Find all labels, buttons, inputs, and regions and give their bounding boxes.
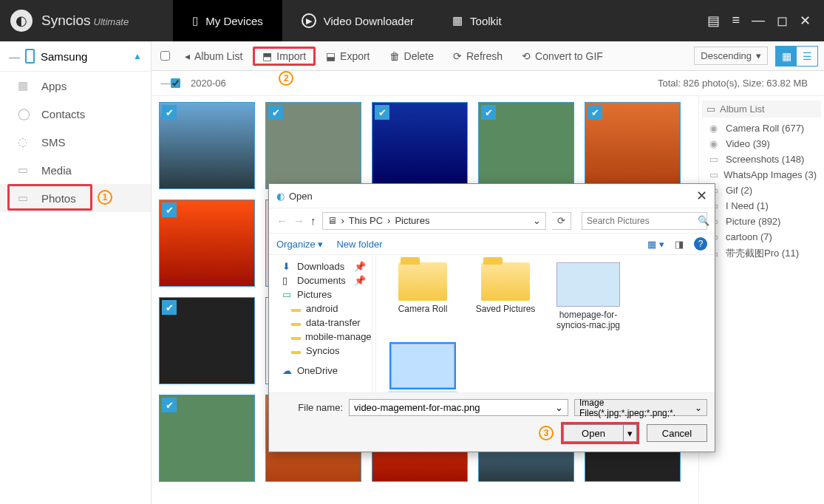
file-name-input[interactable]: video-magement-for-mac.png⌄ <box>349 399 568 416</box>
import-button[interactable]: ⬒Import 2 <box>253 47 316 66</box>
open-button[interactable]: Open <box>563 424 624 442</box>
tree-item[interactable]: ⬇Downloads📌 <box>272 259 369 273</box>
sort-dropdown[interactable]: Descending▾ <box>694 47 768 65</box>
tree-item[interactable]: ▬android <box>272 302 369 316</box>
tab-toolkit[interactable]: ▦ Toolkit <box>433 0 521 41</box>
album-list-header: ▭Album List <box>702 101 821 118</box>
forward-icon[interactable]: → <box>293 214 304 227</box>
media-icon: ▭ <box>18 163 33 177</box>
sms-icon: ◌ <box>18 135 33 149</box>
album-item[interactable]: ◉Camera Roll (677) <box>702 120 821 136</box>
grid-icon: ▦ <box>452 14 463 27</box>
open-dropdown[interactable]: ▾ <box>624 424 637 442</box>
image-icon: ▭ <box>709 154 721 165</box>
sidebar-item-sms[interactable]: ◌SMS <box>0 128 151 156</box>
album-item[interactable]: ▭带壳截图Pro (11) <box>702 245 821 262</box>
sidebar: — Samsung ▲ ▦Apps ◯Contacts ◌SMS ▭Media … <box>0 41 151 504</box>
refresh-button[interactable]: ⟳Refresh <box>444 46 511 67</box>
cancel-button[interactable]: Cancel <box>647 424 707 442</box>
tree-item[interactable]: ▬mobile-manage <box>272 330 369 344</box>
tree-item[interactable]: ▭Pictures <box>272 287 369 302</box>
organize-dropdown[interactable]: Organize ▾ <box>276 239 323 250</box>
close-icon[interactable]: ✕ <box>696 188 707 204</box>
window-controls: ▤ ≡ — ◻ ✕ <box>707 13 824 29</box>
album-item[interactable]: ▭cartoon (7) <box>702 229 821 245</box>
feedback-icon[interactable]: ▤ <box>707 13 720 29</box>
view-dropdown[interactable]: ▦ ▾ <box>647 239 664 250</box>
pc-icon: 🖥 <box>327 215 337 226</box>
photo-thumbnail[interactable] <box>159 297 255 384</box>
album-item[interactable]: ◉Video (39) <box>702 136 821 151</box>
app-title: SynciosUltimate <box>41 13 129 29</box>
tab-video-downloader[interactable]: ▶ Video Downloader <box>282 0 433 41</box>
folder-icon: ▬ <box>291 317 302 328</box>
titlebar: ◐ SynciosUltimate ▯ My Devices ▶ Video D… <box>0 0 824 41</box>
tree-item[interactable]: ▬Syncios <box>272 344 369 358</box>
pictures-icon: ▭ <box>282 289 293 300</box>
select-all-checkbox[interactable] <box>160 51 170 61</box>
sidebar-item-contacts[interactable]: ◯Contacts <box>0 100 151 128</box>
device-name: Samsung <box>41 50 87 63</box>
new-folder-button[interactable]: New folder <box>336 239 382 250</box>
photo-thumbnail[interactable] <box>159 200 255 287</box>
dialog-titlebar: ◐ Open ✕ <box>269 184 715 208</box>
maximize-icon[interactable]: ◻ <box>777 13 788 29</box>
album-item[interactable]: ▭Picture (892) <box>702 214 821 229</box>
search-field[interactable]: 🔍 <box>582 212 707 230</box>
pin-icon: 📌 <box>354 261 366 272</box>
back-icon[interactable]: ← <box>276 214 287 227</box>
search-input[interactable] <box>587 216 698 226</box>
folder-icon <box>481 262 530 301</box>
close-icon[interactable]: ✕ <box>800 13 811 29</box>
chevron-down-icon[interactable]: ⌄ <box>533 215 541 226</box>
export-icon: ⬓ <box>326 50 336 62</box>
photo-thumbnail[interactable] <box>585 102 681 189</box>
file-item[interactable]: video-magement-for-mac.png <box>388 344 457 392</box>
grid-view-button[interactable]: ▦ <box>776 47 797 66</box>
file-type-filter[interactable]: Image Files(*.jpg;*.jpeg;*.png;*. ⌄ <box>574 399 707 416</box>
sidebar-item-apps[interactable]: ▦Apps <box>0 72 151 100</box>
group-header: — 2020-06 Total: 826 photo(s), Size: 63.… <box>151 71 824 96</box>
album-item[interactable]: ▭Gif (2) <box>702 183 821 198</box>
minimize-icon[interactable]: — <box>752 13 765 29</box>
refresh-icon[interactable]: ⟳ <box>552 212 571 230</box>
album-item[interactable]: ▭WhatsApp Images (3) <box>702 167 821 183</box>
photo-thumbnail[interactable] <box>265 102 361 189</box>
folder-item[interactable]: Saved Pictures <box>471 262 540 330</box>
collapse-icon[interactable]: — <box>160 78 171 89</box>
up-icon[interactable]: ↑ <box>310 214 316 227</box>
sidebar-item-photos[interactable]: ▭ Photos 1 <box>0 184 151 212</box>
convert-gif-button[interactable]: ⟲Convert to GIF <box>513 46 612 67</box>
album-item[interactable]: ▭I Need (1) <box>702 198 821 214</box>
export-button[interactable]: ⬓Export <box>317 46 378 67</box>
image-icon: ▭ <box>706 103 715 115</box>
back-album-list-button[interactable]: ◂Album List <box>176 46 251 67</box>
photo-thumbnail[interactable] <box>372 102 468 189</box>
photo-thumbnail[interactable] <box>159 395 255 482</box>
folder-item[interactable]: Camera Roll <box>388 262 457 330</box>
folder-icon: ▬ <box>291 345 302 356</box>
menu-icon[interactable]: ≡ <box>732 13 740 29</box>
album-item[interactable]: ▭Screenshots (148) <box>702 151 821 167</box>
breadcrumb-path[interactable]: 🖥 › This PC › Pictures ⌄ <box>322 212 547 230</box>
preview-pane-icon[interactable]: ◨ <box>675 239 684 250</box>
onedrive-icon: ☁ <box>282 365 293 376</box>
dialog-title: Open <box>289 191 313 202</box>
device-selector[interactable]: — Samsung ▲ <box>0 41 151 72</box>
refresh-icon: ⟳ <box>453 50 462 62</box>
tree-item[interactable]: ☁OneDrive <box>272 364 369 378</box>
chevron-down-icon: ⌄ <box>695 403 702 413</box>
list-view-button[interactable]: ☰ <box>797 47 817 66</box>
chevron-up-icon: ▲ <box>133 51 142 61</box>
folder-icon: ▬ <box>291 303 302 314</box>
delete-button[interactable]: 🗑Delete <box>381 46 443 67</box>
help-icon[interactable]: ? <box>694 237 707 251</box>
tree-item[interactable]: ▯Documents📌 <box>272 273 369 287</box>
photo-thumbnail[interactable] <box>478 102 574 189</box>
group-checkbox[interactable] <box>171 78 180 88</box>
file-item[interactable]: homepage-for-syncios-mac.jpg <box>554 262 623 330</box>
photo-thumbnail[interactable] <box>159 102 255 189</box>
sidebar-item-media[interactable]: ▭Media <box>0 156 151 184</box>
tab-my-devices[interactable]: ▯ My Devices <box>173 0 282 41</box>
tree-item[interactable]: ▬data-transfer <box>272 316 369 330</box>
